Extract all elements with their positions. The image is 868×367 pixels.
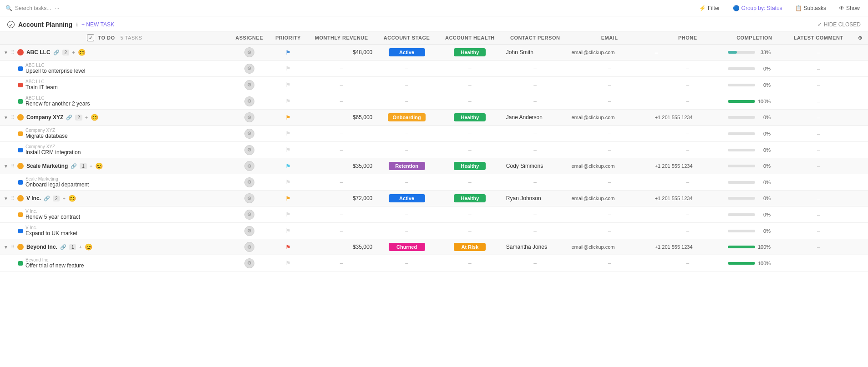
task-flag-icon[interactable]: ⚑ <box>285 211 291 218</box>
assignee-avatar[interactable]: ⚙ <box>244 47 254 57</box>
group-stage-badge[interactable]: Retention <box>389 162 425 170</box>
info-icon[interactable]: ℹ <box>76 22 78 28</box>
collapse-icon[interactable]: ↙ <box>7 21 15 28</box>
task-flag-icon[interactable]: ⚑ <box>285 179 291 186</box>
task-name[interactable]: Install CRM integration <box>25 149 81 156</box>
task-name[interactable]: Upsell to enterprise level <box>25 68 85 74</box>
task-flag-icon[interactable]: ⚑ <box>285 81 291 88</box>
assignee-avatar[interactable]: ⚙ <box>244 258 254 268</box>
task-flag-icon[interactable]: ⚑ <box>285 65 291 72</box>
group-chevron[interactable]: ▼ <box>4 196 8 201</box>
group-status-icon[interactable]: 😊 <box>85 243 92 251</box>
group-drag-handle[interactable]: ⠿ <box>11 244 15 250</box>
assignee-avatar[interactable]: ⚙ <box>244 226 254 236</box>
group-completion-cell: 0% <box>724 158 785 174</box>
group-stage-badge[interactable]: Onboarding <box>388 113 425 121</box>
group-chevron[interactable]: ▼ <box>4 164 8 169</box>
col-add-header[interactable]: ⊕ <box>853 31 868 45</box>
group-status-circle <box>17 195 24 201</box>
group-link-icon[interactable]: 🔗 <box>44 196 50 201</box>
show-button[interactable]: 👁 Show <box>836 4 863 13</box>
group-chevron[interactable]: ▼ <box>4 50 8 55</box>
task-flag-icon[interactable]: ⚑ <box>285 260 291 266</box>
assignee-avatar[interactable]: ⚙ <box>244 242 254 252</box>
task-name[interactable]: Onboard legal department <box>25 181 89 188</box>
todo-toggle[interactable]: ✓ <box>87 34 94 41</box>
group-chevron[interactable]: ▼ <box>4 245 8 250</box>
group-flag-icon[interactable]: ⚑ <box>285 163 291 170</box>
search-area[interactable]: 🔍 Search tasks... <box>5 5 51 11</box>
group-stage-badge[interactable]: Active <box>389 194 425 202</box>
group-drag-handle[interactable]: ⠿ <box>11 163 15 169</box>
group-status-icon[interactable]: 😊 <box>68 195 76 202</box>
subtasks-button[interactable]: 📋 Subtasks <box>792 4 829 13</box>
task-stage-cell: – <box>376 93 437 110</box>
group-link-icon[interactable]: 🔗 <box>66 115 72 121</box>
group-health-badge[interactable]: At Risk <box>454 243 486 251</box>
group-flag-icon[interactable]: ⚑ <box>285 114 291 121</box>
group-flag-icon[interactable]: ⚑ <box>285 195 291 202</box>
group-add-icon[interactable]: + <box>85 115 88 120</box>
assignee-avatar[interactable]: ⚙ <box>244 129 254 139</box>
task-flag-icon[interactable]: ⚑ <box>285 227 291 234</box>
assignee-avatar[interactable]: ⚙ <box>244 193 254 203</box>
more-options-icon[interactable]: ··· <box>55 5 59 11</box>
task-stage-cell: – <box>376 255 437 271</box>
assignee-avatar[interactable]: ⚙ <box>244 177 254 187</box>
task-name[interactable]: Renew for another 2 years <box>25 101 90 107</box>
group-flag-icon[interactable]: ⚑ <box>285 49 291 56</box>
task-name[interactable]: Train IT team <box>25 84 58 90</box>
hide-closed-btn[interactable]: ✓ HIDE CLOSED <box>817 21 861 28</box>
group-priority-cell: ⚑ <box>269 158 307 174</box>
task-name[interactable]: Offer trial of new feature <box>25 262 84 269</box>
assignee-avatar[interactable]: ⚙ <box>244 80 254 90</box>
new-task-button[interactable]: + NEW TASK <box>81 21 114 28</box>
group-by-button[interactable]: 🔵 Group by: Status <box>730 4 785 13</box>
group-health-badge[interactable]: Healthy <box>454 48 486 56</box>
group-add-icon[interactable]: + <box>79 244 81 250</box>
task-color-dot <box>18 131 23 136</box>
task-name[interactable]: Expand to UK market <box>25 230 77 236</box>
group-completion-cell: 33% <box>724 45 785 60</box>
assignee-avatar[interactable]: ⚙ <box>244 64 254 74</box>
assignee-avatar[interactable]: ⚙ <box>244 145 254 155</box>
task-flag-icon[interactable]: ⚑ <box>285 146 291 153</box>
group-link-icon[interactable]: 🔗 <box>60 244 66 250</box>
task-flag-icon[interactable]: ⚑ <box>285 130 291 137</box>
task-flag-icon[interactable]: ⚑ <box>285 98 291 105</box>
group-add-icon[interactable]: + <box>72 50 75 55</box>
assignee-avatar[interactable]: ⚙ <box>244 96 254 106</box>
filter-button[interactable]: ⚡ Filter <box>696 4 723 13</box>
group-stage-badge[interactable]: Churned <box>389 243 425 251</box>
group-health-badge[interactable]: Healthy <box>454 194 486 202</box>
task-row: Beyond Inc. Offer trial of new feature ⚙… <box>0 255 868 271</box>
group-add-icon[interactable]: + <box>62 196 65 201</box>
group-flag-icon[interactable]: ⚑ <box>285 244 291 251</box>
group-add-col <box>853 158 868 174</box>
group-status-icon[interactable]: 😊 <box>95 162 103 170</box>
task-row: ABC LLC Upsell to enterprise level ⚙ ⚑ –… <box>0 60 868 77</box>
subtasks-icon: 📋 <box>795 5 802 11</box>
group-status-icon[interactable]: 😊 <box>78 49 86 56</box>
assignee-avatar[interactable]: ⚙ <box>244 112 254 122</box>
group-health-badge[interactable]: Healthy <box>454 113 486 121</box>
group-add-icon[interactable]: + <box>90 163 92 169</box>
group-status-icon[interactable]: 😊 <box>91 114 98 121</box>
assignee-avatar[interactable]: ⚙ <box>244 210 254 220</box>
task-comment-cell: – <box>785 60 853 77</box>
assignee-avatar[interactable]: ⚙ <box>244 161 254 171</box>
task-name[interactable]: Renew 5 year contract <box>25 214 80 220</box>
group-link-icon[interactable]: 🔗 <box>71 163 77 169</box>
group-comment-cell: – <box>785 239 853 255</box>
group-health-badge[interactable]: Healthy <box>454 162 486 170</box>
group-row: ▼ ⠿ Company XYZ 🔗 2 + 😊 ⚙ ⚑ $65,000 Onbo… <box>0 110 868 126</box>
group-drag-handle[interactable]: ⠿ <box>11 196 15 201</box>
task-row: Company XYZ Migrate database ⚙ ⚑ – – – –… <box>0 126 868 142</box>
group-drag-handle[interactable]: ⠿ <box>11 115 15 121</box>
task-name[interactable]: Migrate database <box>25 133 68 139</box>
group-link-icon[interactable]: 🔗 <box>53 50 60 55</box>
group-drag-handle[interactable]: ⠿ <box>11 50 15 55</box>
group-stage-badge[interactable]: Active <box>389 48 425 56</box>
group-chevron[interactable]: ▼ <box>4 115 8 120</box>
group-stage-cell: Retention <box>376 158 437 174</box>
